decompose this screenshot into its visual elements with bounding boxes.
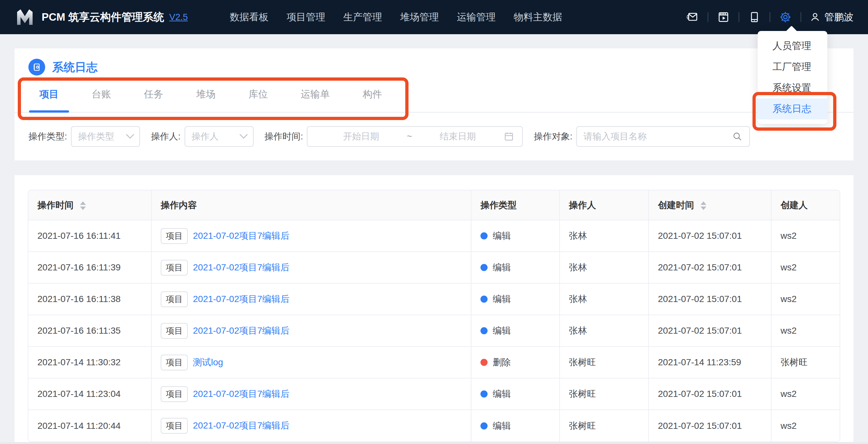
sort-icon[interactable] <box>701 201 706 210</box>
settings-dropdown: 人员管理 工厂管理 系统设置 系统日志 <box>757 31 827 124</box>
log-table-panel: 操作时间 操作内容 操作类型 操作人 创建时间 创建人 2021-07-16 1… <box>14 175 854 442</box>
tab-ledger[interactable]: 台账 <box>81 80 121 112</box>
user-icon <box>810 11 820 23</box>
menu-item-personnel[interactable]: 人员管理 <box>757 35 827 57</box>
divider <box>739 12 739 22</box>
operation-time-label: 操作时间: <box>265 130 303 142</box>
log-content-link[interactable]: 2021-07-02项目7编辑后 <box>193 262 289 272</box>
tag-project: 项目 <box>161 260 188 276</box>
operation-type-select[interactable]: 操作类型 <box>71 126 140 147</box>
nav-item-yard[interactable]: 堆场管理 <box>400 11 439 24</box>
log-panel: 系统日志 项目 台账 任务 堆场 库位 运输单 构件 操作类型: 操作类型 操作… <box>14 49 854 160</box>
page-title: 系统日志 <box>52 60 97 75</box>
table-row: 2021-07-14 11:20:44 项目2021-07-02项目7编辑后 编… <box>28 410 840 441</box>
date-range-separator: ~ <box>407 131 412 141</box>
calendar-icon <box>503 131 514 142</box>
chevron-down-icon <box>240 131 247 139</box>
tag-project: 项目 <box>161 386 188 402</box>
log-tabs: 项目 台账 任务 堆场 库位 运输单 构件 <box>14 80 854 113</box>
column-header-type: 操作类型 <box>471 190 560 220</box>
log-content-link[interactable]: 2021-07-02项目7编辑后 <box>193 420 289 431</box>
type-dot-blue <box>480 327 488 334</box>
version-link[interactable]: V2.5 <box>169 12 188 22</box>
operation-target-search[interactable] <box>576 126 750 147</box>
user-name: 管鹏波 <box>825 11 854 24</box>
end-date-field[interactable]: 结束日期 <box>412 130 503 142</box>
operator-select[interactable]: 操作人 <box>185 126 254 147</box>
divider <box>801 12 801 22</box>
mail-icon[interactable] <box>686 10 699 24</box>
table-row: 2021-07-16 16:11:41 项目2021-07-02项目7编辑后 编… <box>28 220 840 252</box>
settings-gear-icon[interactable] <box>779 10 792 24</box>
top-navbar: PCM 筑享云构件管理系统 V2.5 数据看板 项目管理 生产管理 堆场管理 运… <box>0 0 868 34</box>
filter-bar: 操作类型: 操作类型 操作人: 操作人 操作时间: 开始日期 ~ 结束日期 操作… <box>14 126 854 147</box>
table-row: 2021-07-14 11:30:32 项目测试log 删除 张树旺 2021-… <box>28 347 840 378</box>
sort-icon[interactable] <box>80 201 86 210</box>
nav-item-project[interactable]: 项目管理 <box>286 11 325 24</box>
log-content-link[interactable]: 2021-07-02项目7编辑后 <box>193 294 289 304</box>
table-row: 2021-07-16 16:11:39 项目2021-07-02项目7编辑后 编… <box>28 252 840 283</box>
column-header-create-time[interactable]: 创建时间 <box>649 190 771 220</box>
column-header-content: 操作内容 <box>151 190 471 220</box>
menu-item-system-log[interactable]: 系统日志 <box>757 98 827 119</box>
app-title: PCM 筑享云构件管理系统 <box>42 10 164 25</box>
table-header-row: 操作时间 操作内容 操作类型 操作人 创建时间 创建人 <box>28 190 840 220</box>
log-content-link[interactable]: 2021-07-02项目7编辑后 <box>193 231 289 241</box>
column-header-operator: 操作人 <box>560 190 649 220</box>
nav-item-transport[interactable]: 运输管理 <box>457 11 496 24</box>
tab-project[interactable]: 项目 <box>29 80 69 112</box>
column-header-op-time[interactable]: 操作时间 <box>28 190 151 220</box>
table-row: 2021-07-14 11:23:04 项目2021-07-02项目7编辑后 编… <box>28 378 840 410</box>
tab-task[interactable]: 任务 <box>133 80 174 112</box>
menu-item-factory[interactable]: 工厂管理 <box>757 57 827 77</box>
tag-project: 项目 <box>161 323 188 339</box>
nav-item-material[interactable]: 物料主数据 <box>514 11 562 24</box>
search-input[interactable] <box>583 131 732 141</box>
tab-transport-order[interactable]: 运输单 <box>290 80 340 112</box>
main-nav-menu: 数据看板 项目管理 生产管理 堆场管理 运输管理 物料主数据 <box>230 11 562 24</box>
type-dot-blue <box>480 422 488 430</box>
divider <box>770 12 770 22</box>
type-dot-blue <box>480 390 488 398</box>
nav-item-production[interactable]: 生产管理 <box>343 11 382 24</box>
log-table: 操作时间 操作内容 操作类型 操作人 创建时间 创建人 2021-07-16 1… <box>28 190 840 442</box>
chevron-down-icon <box>126 131 134 139</box>
type-dot-blue <box>480 264 488 271</box>
tag-project: 项目 <box>161 418 188 434</box>
operation-type-label: 操作类型: <box>28 130 67 142</box>
tab-yard[interactable]: 堆场 <box>186 80 226 112</box>
video-icon[interactable] <box>717 10 730 24</box>
tag-project: 项目 <box>161 355 188 371</box>
operator-label: 操作人: <box>151 130 181 142</box>
table-row: 2021-07-16 16:11:35 项目2021-07-02项目7编辑后 编… <box>28 315 840 347</box>
tab-component[interactable]: 构件 <box>352 80 392 112</box>
log-book-icon <box>28 59 45 75</box>
log-content-link[interactable]: 2021-07-02项目7编辑后 <box>193 325 289 336</box>
type-dot-red <box>480 359 488 366</box>
table-row: 2021-07-16 16:11:38 项目2021-07-02项目7编辑后 编… <box>28 283 840 315</box>
tablet-icon[interactable] <box>748 10 761 24</box>
tab-location[interactable]: 库位 <box>238 80 278 112</box>
log-content-link[interactable]: 2021-07-02项目7编辑后 <box>193 389 289 399</box>
user-menu[interactable]: 管鹏波 <box>810 11 854 24</box>
menu-item-system-settings[interactable]: 系统设置 <box>757 77 827 98</box>
date-range-picker[interactable]: 开始日期 ~ 结束日期 <box>307 126 523 147</box>
column-header-creator: 创建人 <box>771 190 840 220</box>
tag-project: 项目 <box>161 291 188 307</box>
type-dot-blue <box>480 295 488 303</box>
tag-project: 项目 <box>161 228 188 244</box>
start-date-field[interactable]: 开始日期 <box>315 130 407 142</box>
page-title-row: 系统日志 <box>14 49 854 75</box>
navbar-right: 管鹏波 <box>686 10 854 24</box>
app-logo-icon <box>14 7 35 27</box>
operation-target-label: 操作对象: <box>534 130 572 142</box>
search-icon[interactable] <box>732 131 743 142</box>
log-content-link[interactable]: 测试log <box>193 357 223 367</box>
type-dot-blue <box>480 232 488 240</box>
divider <box>708 12 708 22</box>
bottom-edge <box>0 442 868 444</box>
nav-item-dashboard[interactable]: 数据看板 <box>230 11 269 24</box>
